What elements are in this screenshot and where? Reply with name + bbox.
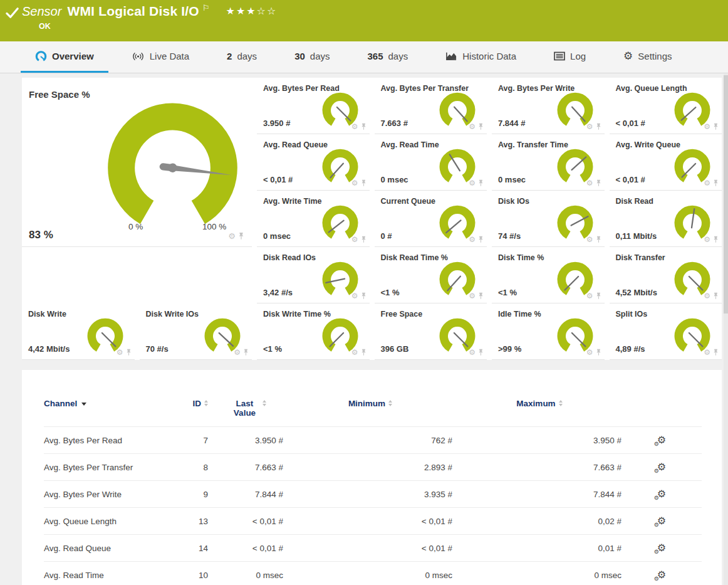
gear-icon[interactable]: ⚙ [704, 179, 710, 187]
pin-icon[interactable] [713, 123, 719, 130]
gear-icon[interactable]: ⚙ [586, 123, 593, 130]
gear-icon[interactable]: ⚙ [704, 349, 710, 356]
gear-icon[interactable]: ⚙ [469, 179, 476, 187]
tab-settings[interactable]: ⚙ Settings [609, 41, 686, 73]
channel-settings-gear-icon[interactable]: ⚙⚙ [657, 570, 666, 580]
pin-icon[interactable] [596, 236, 601, 243]
pin-icon[interactable] [478, 292, 484, 300]
pin-icon[interactable] [361, 123, 367, 130]
gear-icon[interactable]: ⚙ [228, 232, 236, 240]
gear-icon[interactable]: ⚙ [704, 123, 710, 130]
pin-icon[interactable] [361, 292, 367, 300]
gauge-title: Disk Write [28, 310, 66, 319]
pin-icon[interactable] [478, 236, 484, 243]
table-row[interactable]: Avg. Queue Length 13 < 0,01 # < 0,01 # 0… [44, 508, 702, 535]
tab-365-days[interactable]: 365 days [353, 41, 423, 73]
gear-icon[interactable]: ⚙ [469, 123, 476, 130]
gear-icon[interactable]: ⚙ [469, 236, 476, 243]
gear-icon[interactable]: ⚙ [586, 179, 593, 187]
column-header-maximum[interactable]: Maximum [457, 399, 627, 427]
pin-icon[interactable] [713, 236, 719, 243]
column-header-id[interactable]: ID [182, 399, 213, 427]
table-row[interactable]: Avg. Read Time 10 0 msec 0 msec 0 msec ⚙… [44, 562, 702, 585]
gauge-title: Avg. Read Queue [263, 140, 328, 149]
gear-icon[interactable]: ⚙ [704, 292, 710, 300]
tab-30-days[interactable]: 30 days [280, 41, 344, 73]
pin-icon[interactable] [713, 179, 719, 187]
gauge-value: 74 #/s [498, 231, 521, 241]
tab-2-days[interactable]: 2 days [212, 41, 271, 73]
pin-icon[interactable] [478, 179, 484, 187]
flag-icon[interactable]: ⚐ [202, 3, 210, 13]
scrollbar-thumb[interactable] [724, 75, 728, 314]
gear-icon[interactable]: ⚙ [234, 349, 241, 356]
gauge-tile-avg-write-time: Avg. Write Time 0 msec ⚙ [257, 191, 370, 247]
column-header-last-value[interactable]: Last Value [213, 399, 288, 427]
page-title: WMI Logical Disk I/O [67, 4, 199, 19]
channel-settings-gear-icon[interactable]: ⚙⚙ [657, 489, 666, 499]
table-row[interactable]: Avg. Read Queue 14 < 0,01 # < 0,01 # 0,0… [44, 535, 702, 562]
gauge-value: < 0,01 # [616, 119, 645, 128]
gauge-tile-disk-write-ios: Disk Write IOs 70 #/s ⚙ [140, 303, 252, 360]
channel-settings-gear-icon[interactable]: ⚙⚙ [657, 543, 666, 553]
star-rating[interactable]: ★★★☆☆ [226, 5, 278, 17]
gauge-tile-idle-time-percent: Idle Time % >99 % ⚙ [492, 303, 605, 360]
table-row[interactable]: Avg. Bytes Per Read 7 3.950 # 762 # 3.95… [44, 427, 702, 454]
channel-settings-gear-icon[interactable]: ⚙⚙ [657, 516, 666, 526]
gear-icon[interactable]: ⚙ [469, 292, 476, 300]
gear-icon[interactable]: ⚙ [351, 292, 358, 300]
gauge-tile-disk-write-time-percent: Disk Write Time % <1 % ⚙ [257, 303, 370, 360]
cell-minimum: 0 msec [288, 562, 457, 585]
column-label: Last Value [231, 399, 259, 418]
gear-icon[interactable]: ⚙ [351, 349, 358, 356]
column-header-channel[interactable]: Channel [44, 399, 182, 427]
gauge-value: 4,89 #/s [616, 344, 645, 354]
pin-icon[interactable] [596, 179, 601, 187]
gauge-icon [35, 51, 47, 62]
pin-icon[interactable] [596, 123, 601, 130]
pin-icon[interactable] [361, 236, 367, 243]
gauge-tile-avg-bytes-per-read: Avg. Bytes Per Read 3.950 # ⚙ [257, 78, 370, 134]
gear-icon[interactable]: ⚙ [351, 123, 358, 130]
pin-icon[interactable] [243, 349, 249, 356]
gear-icon[interactable]: ⚙ [117, 349, 123, 356]
pin-icon[interactable] [596, 292, 601, 300]
tab-bar: Overview Live Data 2 days 30 days 365 da… [0, 41, 728, 73]
gear-icon[interactable]: ⚙ [586, 349, 593, 356]
gear-icon[interactable]: ⚙ [586, 292, 593, 300]
pin-icon[interactable] [361, 179, 367, 187]
pin-icon[interactable] [126, 349, 132, 356]
gear-icon[interactable]: ⚙ [704, 236, 710, 243]
pin-icon[interactable] [713, 292, 719, 300]
tab-label: days [310, 51, 330, 61]
channel-settings-gear-icon[interactable]: ⚙⚙ [657, 462, 666, 472]
pin-icon[interactable] [478, 123, 484, 130]
gear-icon[interactable]: ⚙ [469, 349, 476, 356]
gauge-title: Avg. Write Time [263, 197, 322, 206]
pin-icon[interactable] [713, 349, 719, 356]
gear-icon[interactable]: ⚙ [351, 236, 358, 243]
vertical-scrollbar[interactable] [724, 74, 728, 585]
column-header-minimum[interactable]: Minimum [288, 399, 457, 427]
tab-overview[interactable]: Overview [21, 41, 108, 73]
gear-icon[interactable]: ⚙ [351, 179, 358, 187]
gauge-title: Disk Time % [498, 253, 544, 262]
cell-minimum: 762 # [288, 427, 457, 454]
gauge-value: 7.844 # [498, 119, 525, 128]
table-row[interactable]: Avg. Bytes Per Write 9 7.844 # 3.935 # 7… [44, 481, 702, 508]
gauge-tile-avg-transfer-time: Avg. Transfer Time 0 msec ⚙ [492, 134, 605, 191]
tab-log[interactable]: Log [539, 41, 600, 73]
gear-icon[interactable]: ⚙ [586, 236, 593, 243]
tab-live-data[interactable]: Live Data [117, 41, 204, 73]
cell-id: 13 [182, 508, 213, 535]
table-row[interactable]: Avg. Bytes Per Transfer 8 7.663 # 2.893 … [44, 454, 702, 481]
pin-icon[interactable] [238, 232, 244, 240]
pin-icon[interactable] [478, 349, 484, 356]
channel-settings-gear-icon[interactable]: ⚙⚙ [657, 435, 666, 445]
pin-icon[interactable] [596, 349, 601, 356]
tab-historic-data[interactable]: Historic Data [431, 41, 531, 73]
gauge-value: 0 msec [263, 231, 291, 241]
cell-maximum: 3.950 # [457, 427, 627, 454]
column-header-actions [627, 399, 702, 427]
pin-icon[interactable] [361, 349, 367, 356]
